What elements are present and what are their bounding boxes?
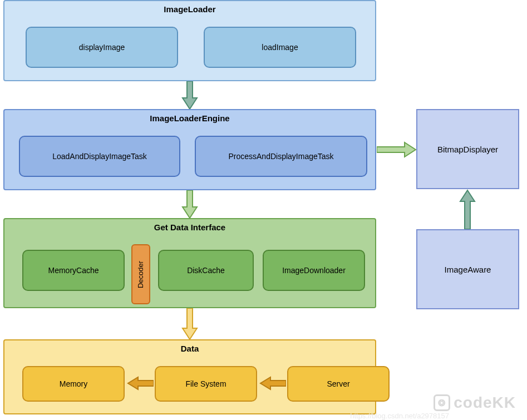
- arrow-l3-to-l4-icon: [180, 308, 199, 340]
- svg-marker-5: [377, 142, 416, 157]
- arrow-engine-to-displayer-icon: [377, 140, 417, 159]
- data-container: Data Memory File System Server: [3, 339, 376, 414]
- get-data-interface-title: Get Data Interface: [4, 219, 375, 232]
- image-downloader-box: ImageDownloader: [263, 250, 365, 291]
- disk-cache-box: DiskCache: [158, 250, 254, 291]
- memory-box: Memory: [22, 366, 125, 402]
- svg-marker-4: [128, 377, 154, 389]
- bitmap-displayer-box: BitmapDisplayer: [416, 109, 519, 189]
- svg-marker-0: [183, 81, 197, 109]
- wechat-icon: ❂: [434, 394, 450, 411]
- image-aware-box: ImageAware: [416, 229, 519, 309]
- svg-marker-2: [183, 308, 197, 339]
- diagram-canvas: ImageLoader displayImage loadImage Image…: [0, 0, 527, 420]
- watermark-brand: ❂ codeKK: [434, 394, 516, 412]
- data-title: Data: [4, 340, 375, 353]
- load-and-display-task-box: LoadAndDisplayImageTask: [19, 136, 180, 177]
- svg-marker-1: [183, 190, 197, 218]
- decoder-label: Decoder: [137, 260, 145, 288]
- image-loader-container: ImageLoader displayImage loadImage: [3, 0, 376, 81]
- arrow-aware-to-displayer-icon: [458, 189, 477, 230]
- watermark-url: https://blog.csdn.net/a2978157: [350, 412, 449, 420]
- file-system-box: File System: [155, 366, 257, 402]
- arrow-server-to-fs-icon: [259, 375, 286, 392]
- svg-marker-3: [260, 377, 286, 389]
- svg-marker-6: [460, 190, 475, 229]
- process-and-display-task-box: ProcessAndDisplayImageTask: [195, 136, 367, 177]
- load-image-box: loadImage: [204, 27, 356, 68]
- memory-cache-box: MemoryCache: [22, 250, 125, 291]
- arrow-fs-to-memory-icon: [127, 375, 154, 392]
- arrow-l2-to-l3-icon: [180, 190, 199, 219]
- image-loader-engine-title: ImageLoaderEngine: [4, 110, 375, 123]
- image-loader-title: ImageLoader: [4, 1, 375, 14]
- watermark-brand-text: codeKK: [454, 394, 516, 412]
- get-data-interface-container: Get Data Interface MemoryCache Decoder D…: [3, 218, 376, 308]
- display-image-box: displayImage: [26, 27, 178, 68]
- server-box: Server: [287, 366, 390, 402]
- image-loader-engine-container: ImageLoaderEngine LoadAndDisplayImageTas…: [3, 109, 376, 190]
- arrow-l1-to-l2-icon: [180, 81, 199, 110]
- decoder-box: Decoder: [131, 244, 150, 304]
